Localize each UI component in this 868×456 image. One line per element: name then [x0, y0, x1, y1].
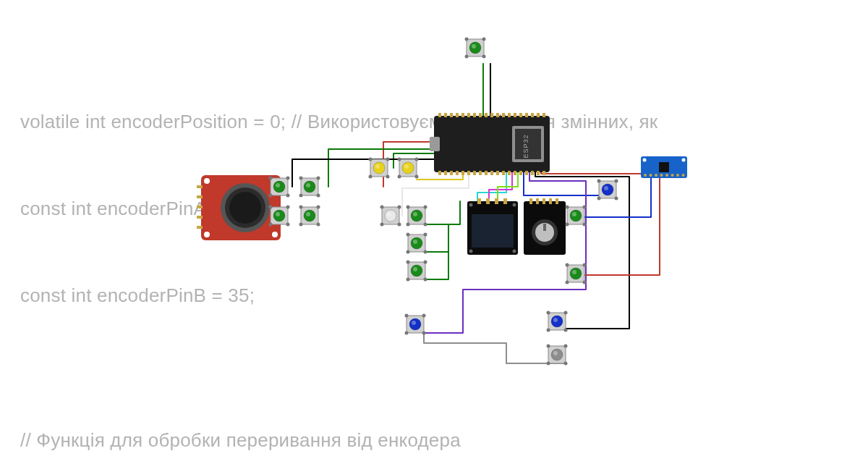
- btn-right-blue-1[interactable]: [597, 180, 618, 200]
- btn-mid-g1[interactable]: [407, 206, 427, 227]
- svg-point-95: [369, 158, 373, 161]
- svg-rect-32: [514, 171, 516, 175]
- imu-module[interactable]: [641, 156, 687, 178]
- svg-point-158: [407, 261, 410, 264]
- btn-mid-white[interactable]: [380, 206, 401, 227]
- w-esp-red-r[interactable]: [541, 166, 648, 174]
- svg-rect-59: [486, 198, 490, 204]
- svg-rect-25: [496, 113, 499, 117]
- btn-mid-g3[interactable]: [407, 261, 427, 282]
- svg-rect-23: [490, 113, 493, 117]
- svg-point-104: [398, 175, 401, 179]
- svg-rect-18: [473, 171, 476, 175]
- svg-point-81: [665, 174, 668, 177]
- svg-rect-61: [503, 198, 507, 204]
- svg-rect-58: [477, 198, 481, 204]
- svg-point-142: [387, 212, 391, 216]
- svg-point-175: [615, 197, 618, 200]
- w-mid-g-link3[interactable]: [425, 252, 448, 279]
- svg-point-100: [375, 164, 380, 169]
- svg-point-78: [650, 174, 652, 177]
- svg-point-145: [424, 206, 427, 209]
- rotary-encoder[interactable]: [524, 198, 566, 255]
- svg-rect-20: [479, 171, 482, 175]
- svg-rect-38: [531, 171, 534, 175]
- svg-rect-33: [519, 113, 522, 117]
- w-mid-g-link2[interactable]: [425, 224, 448, 252]
- btn-top-green[interactable]: [465, 38, 486, 59]
- svg-point-135: [306, 212, 310, 216]
- svg-point-168: [583, 223, 587, 227]
- svg-rect-74: [556, 198, 558, 204]
- svg-rect-41: [542, 113, 545, 117]
- w-imu-blue[interactable]: [584, 177, 651, 217]
- btn-right-g1[interactable]: [566, 206, 587, 227]
- svg-point-160: [407, 278, 410, 282]
- btn-bottom-blue-l[interactable]: [405, 314, 426, 335]
- w-btn-grey[interactable]: [424, 333, 566, 363]
- svg-rect-35: [525, 113, 528, 117]
- joystick-module[interactable]: [197, 175, 281, 240]
- svg-point-116: [269, 206, 273, 209]
- svg-point-44: [204, 178, 210, 184]
- svg-text:ESP32: ESP32: [522, 134, 529, 158]
- svg-point-156: [413, 240, 417, 244]
- svg-point-196: [564, 329, 568, 332]
- svg-point-103: [415, 158, 419, 161]
- svg-point-63: [513, 203, 516, 207]
- svg-point-194: [564, 311, 568, 315]
- canvas: volatile int encoderPosition = 0; // Вик…: [0, 0, 868, 456]
- svg-point-188: [405, 332, 409, 335]
- w-mid-g-link1[interactable]: [425, 201, 460, 224]
- svg-rect-57: [472, 214, 514, 248]
- svg-rect-34: [519, 171, 522, 175]
- svg-rect-40: [537, 171, 540, 175]
- btn-grp-l-bot[interactable]: [269, 206, 290, 227]
- svg-point-118: [269, 223, 273, 227]
- circuit-canvas[interactable]: ESP32: [0, 0, 868, 456]
- svg-point-189: [422, 332, 426, 335]
- btn-right-g2[interactable]: [566, 263, 587, 284]
- svg-point-149: [413, 212, 417, 216]
- svg-point-181: [566, 281, 569, 284]
- btn-grp-l-top[interactable]: [269, 177, 290, 198]
- svg-point-159: [424, 261, 427, 264]
- svg-rect-71: [536, 198, 539, 204]
- svg-rect-69: [543, 224, 546, 231]
- svg-rect-27: [502, 113, 505, 117]
- btn-mid-g2[interactable]: [407, 233, 427, 254]
- svg-point-139: [380, 223, 384, 227]
- svg-point-173: [615, 180, 618, 183]
- btn-bottom-blue-r[interactable]: [547, 311, 568, 332]
- svg-point-187: [422, 314, 426, 318]
- svg-point-84: [682, 174, 685, 177]
- esp32-board[interactable]: ESP32: [430, 113, 550, 175]
- svg-point-47: [272, 232, 278, 237]
- svg-rect-10: [450, 171, 453, 175]
- svg-point-117: [286, 206, 290, 209]
- btn-grp-r-bot[interactable]: [299, 206, 320, 227]
- svg-rect-70: [529, 198, 532, 204]
- btn-grp-r-top[interactable]: [299, 177, 320, 198]
- svg-rect-5: [438, 113, 441, 117]
- svg-point-93: [472, 44, 476, 48]
- svg-point-147: [424, 223, 427, 227]
- svg-point-96: [386, 158, 390, 161]
- svg-rect-9: [450, 113, 453, 117]
- btn-bottom-grey[interactable]: [547, 345, 568, 366]
- svg-rect-17: [473, 113, 476, 117]
- w-imu-red[interactable]: [584, 177, 660, 275]
- svg-rect-16: [467, 171, 470, 175]
- svg-rect-60: [495, 198, 498, 204]
- svg-point-182: [583, 281, 587, 284]
- btn-yellow-right[interactable]: [398, 158, 419, 179]
- svg-point-85: [643, 159, 647, 162]
- svg-rect-24: [490, 171, 493, 175]
- svg-point-50: [229, 192, 261, 224]
- svg-rect-1: [430, 137, 440, 151]
- svg-rect-15: [467, 113, 470, 117]
- svg-point-146: [407, 223, 410, 227]
- oled-display[interactable]: [467, 198, 518, 255]
- btn-yellow-left[interactable]: [369, 158, 390, 179]
- svg-point-195: [547, 329, 550, 332]
